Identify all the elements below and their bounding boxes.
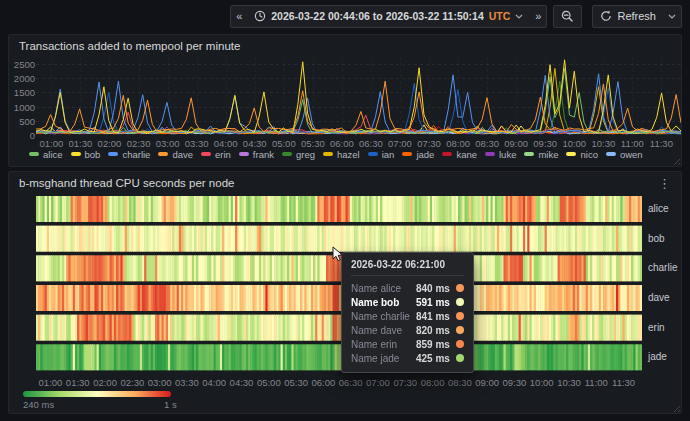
- series-color-swatch: [524, 152, 534, 156]
- timezone-label: UTC: [489, 10, 511, 22]
- y-tick-label: 2000: [9, 73, 35, 84]
- zoom-out-button[interactable]: [553, 5, 582, 28]
- time-range-label: 2026-03-22 00:44:06 to 2026-03-22 11:50:…: [271, 10, 483, 22]
- series-name: kane: [456, 149, 477, 160]
- row-label-charlie: charlie: [648, 262, 677, 273]
- series-name: frank: [253, 149, 274, 160]
- x-tick-label: 08:30: [448, 377, 472, 388]
- legend-item-kane[interactable]: kane: [442, 149, 477, 160]
- legend-item-dave[interactable]: dave: [158, 149, 193, 160]
- series-name: greg: [296, 149, 315, 160]
- y-tick-label: 500: [9, 116, 35, 127]
- tooltip-row: Name charlie841 ms: [351, 309, 464, 323]
- series-name: jade: [416, 149, 434, 160]
- series-color-swatch: [108, 152, 118, 156]
- time-shift-back-button[interactable]: «: [231, 6, 247, 27]
- x-tick-label: 01:00: [39, 377, 63, 388]
- panel-title[interactable]: b-msghand thread CPU seconds per node: [19, 177, 234, 189]
- clock-icon: [254, 10, 266, 22]
- chevron-down-icon: [668, 14, 676, 19]
- series-color-swatch: [239, 152, 249, 156]
- series-color-swatch: [442, 152, 452, 156]
- x-tick-label: 10:00: [530, 377, 554, 388]
- tooltip-value: 841 ms: [416, 311, 450, 322]
- refresh-interval-dropdown[interactable]: [663, 6, 681, 27]
- x-tick-label: 05:30: [284, 377, 308, 388]
- series-name: nico: [580, 149, 597, 160]
- legend-item-alice[interactable]: alice: [29, 149, 63, 160]
- legend-item-jade[interactable]: jade: [402, 149, 434, 160]
- tooltip-color-dot: [456, 284, 464, 292]
- tooltip-series-label: Name jade: [351, 353, 410, 364]
- refresh-label: Refresh: [617, 10, 656, 22]
- hover-tooltip: 2026-03-22 06:21:00 Name alice840 msName…: [341, 252, 474, 373]
- series-name: ian: [382, 149, 395, 160]
- series-name: dave: [172, 149, 193, 160]
- series-name: owen: [620, 149, 643, 160]
- row-label-jade: jade: [648, 351, 667, 362]
- tooltip-series-label: Name dave: [351, 325, 410, 336]
- series-color-swatch: [485, 152, 495, 156]
- x-tick-label: 09:30: [503, 377, 527, 388]
- series-color-swatch: [158, 152, 168, 156]
- series-name: alice: [43, 149, 63, 160]
- row-label-alice: alice: [648, 203, 669, 214]
- panel-resize-handle[interactable]: [671, 403, 680, 412]
- series-color-swatch: [282, 152, 292, 156]
- x-tick-label: 07:30: [393, 377, 417, 388]
- row-label-dave: dave: [648, 292, 670, 303]
- legend-item-bob[interactable]: bob: [71, 149, 101, 160]
- tooltip-value: 859 ms: [416, 339, 450, 350]
- legend-item-nico[interactable]: nico: [566, 149, 597, 160]
- tooltip-series-label: Name charlie: [351, 311, 410, 322]
- dashboard-toolbar: « 2026-03-22 00:44:06 to 2026-03-22 11:5…: [0, 0, 690, 32]
- refresh-icon: [600, 10, 612, 22]
- x-tick-label: 07:00: [366, 377, 390, 388]
- series-color-swatch: [71, 152, 81, 156]
- legend-item-greg[interactable]: greg: [282, 149, 315, 160]
- tooltip-color-dot: [456, 354, 464, 362]
- time-range-picker[interactable]: 2026-03-22 00:44:06 to 2026-03-22 11:50:…: [247, 6, 530, 27]
- series-legend: alicebobcharliedaveerinfrankgreghazelian…: [29, 146, 677, 162]
- y-tick-label: 1000: [9, 102, 35, 113]
- color-scale-min-label: 240 ms: [23, 399, 54, 410]
- color-scale-max-label: 1 s: [164, 399, 177, 410]
- tooltip-row: Name jade425 ms: [351, 351, 464, 365]
- color-scale-bar: [23, 391, 171, 397]
- legend-item-ian[interactable]: ian: [368, 149, 395, 160]
- series-color-swatch: [566, 152, 576, 156]
- x-tick-label: 06:30: [339, 377, 363, 388]
- tooltip-value: 820 ms: [416, 325, 450, 336]
- legend-item-luke[interactable]: luke: [485, 149, 516, 160]
- panel-title[interactable]: Transactions added to mempool per minute: [19, 40, 240, 52]
- chevron-down-icon: [515, 14, 523, 19]
- tooltip-color-dot: [456, 312, 464, 320]
- time-shift-forward-button[interactable]: »: [530, 6, 546, 27]
- tooltip-value: 425 ms: [416, 353, 450, 364]
- legend-item-mike[interactable]: mike: [524, 149, 558, 160]
- x-tick-label: 10:30: [557, 377, 581, 388]
- legend-item-owen[interactable]: owen: [606, 149, 643, 160]
- x-tick-label: 09:00: [475, 377, 499, 388]
- tooltip-row: Name erin859 ms: [351, 337, 464, 351]
- legend-item-hazel[interactable]: hazel: [323, 149, 360, 160]
- legend-item-frank[interactable]: frank: [239, 149, 274, 160]
- row-label-erin: erin: [648, 322, 665, 333]
- series-color-swatch: [368, 152, 378, 156]
- x-tick-label: 08:00: [421, 377, 445, 388]
- series-name: luke: [499, 149, 516, 160]
- tooltip-series-label: Name erin: [351, 339, 410, 350]
- legend-item-charlie[interactable]: charlie: [108, 149, 150, 160]
- x-tick-label: 02:30: [120, 377, 144, 388]
- heatmap-plot[interactable]: [36, 196, 642, 374]
- y-tick-label: 1500: [9, 87, 35, 98]
- series-color-swatch: [323, 152, 333, 156]
- panel-menu-icon[interactable]: ⋮: [654, 175, 675, 193]
- refresh-button[interactable]: Refresh: [593, 6, 663, 27]
- tooltip-color-dot: [456, 340, 464, 348]
- legend-item-erin[interactable]: erin: [201, 149, 231, 160]
- timeseries-plot[interactable]: [36, 57, 681, 135]
- x-tick-label: 02:00: [93, 377, 117, 388]
- x-tick-label: 11:30: [612, 377, 635, 388]
- x-tick-label: 04:30: [230, 377, 254, 388]
